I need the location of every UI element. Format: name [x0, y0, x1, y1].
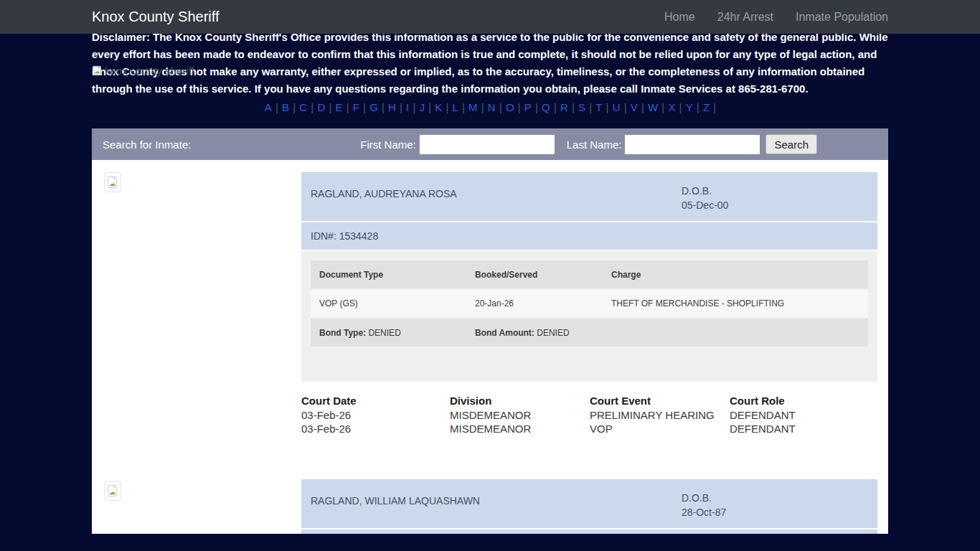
- alphabet-separator: |: [659, 101, 667, 113]
- bond-row: Bond Type: DENIED Bond Amount: DENIED: [311, 318, 868, 347]
- inmate-dob-block: D.O.B. 28-Oct-87: [682, 491, 726, 519]
- first-name-label: First Name:: [360, 138, 416, 151]
- alphabet-link-J[interactable]: J: [419, 101, 426, 113]
- alphabet-link-B[interactable]: B: [281, 101, 290, 113]
- alphabet-link-X[interactable]: X: [667, 101, 676, 113]
- inmate-dob-block: D.O.B. 05-Dec-00: [682, 184, 728, 212]
- inmate-idn-row: [301, 528, 877, 534]
- bond-amount-value: DENIED: [537, 328, 569, 338]
- court-event-cell: PRELIMINARY HEARING: [590, 408, 730, 422]
- alphabet-separator: |: [425, 101, 434, 113]
- nav-link-inmate-population[interactable]: Inmate Population: [796, 11, 888, 24]
- alphabet-link-F[interactable]: F: [352, 101, 360, 113]
- broken-logo-image: knox county sheriff: [92, 65, 194, 77]
- alphabet-links: A | B | C | D | E | F | G | H | I | J | …: [92, 100, 888, 115]
- column-header-booked-served: Booked/Served: [466, 260, 603, 289]
- alphabet-link-Q[interactable]: Q: [541, 101, 551, 113]
- charge-row: VOP (GS)20-Jan-26THEFT OF MERCHANDISE - …: [311, 289, 868, 318]
- bond-type-cell: Bond Type: DENIED: [311, 318, 466, 347]
- alphabet-separator: |: [603, 101, 611, 113]
- alphabet-separator: |: [569, 101, 578, 113]
- alphabet-link-P[interactable]: P: [524, 101, 532, 113]
- dob-value: 28-Oct-87: [682, 505, 726, 519]
- alphabet-separator: |: [515, 101, 524, 113]
- broken-image-icon: [107, 176, 118, 189]
- dob-label: D.O.B.: [682, 184, 728, 198]
- alphabet-separator: |: [308, 101, 316, 113]
- alphabet-separator: |: [676, 101, 684, 113]
- nav-link-home[interactable]: Home: [664, 11, 695, 24]
- alphabet-link-H[interactable]: H: [387, 101, 397, 113]
- court-role-cell: DEFENDANT: [730, 422, 888, 435]
- alphabet-link-V[interactable]: V: [630, 101, 639, 113]
- division-cell: MISDEMEANOR: [450, 408, 590, 422]
- alphabet-link-A[interactable]: A: [264, 101, 273, 113]
- alphabet-link-N[interactable]: N: [487, 101, 496, 113]
- last-name-label: Last Name:: [567, 138, 622, 151]
- dob-value: 05-Dec-00: [682, 198, 728, 212]
- court-header-division: Division: [450, 394, 590, 408]
- alphabet-separator: |: [397, 101, 405, 113]
- alphabet-link-Y[interactable]: Y: [685, 101, 694, 113]
- alphabet-link-T[interactable]: T: [595, 101, 603, 113]
- alphabet-link-C[interactable]: C: [298, 101, 308, 113]
- search-section-label: Search for Inmate:: [103, 138, 191, 151]
- alphabet-link-U[interactable]: U: [612, 101, 621, 113]
- broken-logo-alt-text: knox county sheriff: [105, 65, 194, 77]
- alphabet-separator: |: [532, 101, 541, 113]
- first-name-input[interactable]: [420, 135, 555, 154]
- alphabet-separator: |: [343, 101, 352, 113]
- disclaimer-text: Disclaimer: The Knox County Sheriff's Of…: [92, 29, 888, 98]
- alphabet-link-S[interactable]: S: [578, 101, 586, 113]
- alphabet-separator: |: [639, 101, 647, 113]
- alphabet-link-K[interactable]: K: [434, 101, 443, 113]
- court-date-cell: 03-Feb-26: [301, 422, 450, 435]
- alphabet-separator: |: [459, 101, 468, 113]
- inmate-card-header: RAGLAND, AUDREYANA ROSA D.O.B. 05-Dec-00: [301, 172, 877, 221]
- alphabet-link-R[interactable]: R: [560, 101, 569, 113]
- alphabet-link-L[interactable]: L: [452, 101, 459, 113]
- document-type-cell: VOP (GS): [311, 289, 466, 318]
- bond-type-value: DENIED: [368, 328, 400, 338]
- alphabet-separator: |: [479, 101, 487, 113]
- alphabet-separator: |: [496, 101, 505, 113]
- alphabet-link-M[interactable]: M: [468, 101, 479, 113]
- alphabet-separator: |: [290, 101, 298, 113]
- alphabet-link-D[interactable]: D: [316, 101, 326, 113]
- nav-link-24hr-arrest[interactable]: 24hr Arrest: [717, 11, 773, 24]
- division-cell: MISDEMEANOR: [450, 422, 590, 435]
- court-header-event: Court Event: [590, 394, 730, 408]
- top-navbar: Knox County Sheriff Home 24hr Arrest Inm…: [0, 0, 980, 34]
- alphabet-link-G[interactable]: G: [369, 101, 379, 113]
- broken-image-icon: [107, 484, 118, 497]
- nav-links: Home 24hr Arrest Inmate Population: [664, 11, 888, 24]
- alphabet-link-E[interactable]: E: [334, 101, 343, 113]
- inmate-name: RAGLAND, WILLIAM LAQUASHAWN: [311, 495, 480, 507]
- alphabet-link-Z[interactable]: Z: [702, 101, 710, 113]
- inmate-card: RAGLAND, WILLIAM LAQUASHAWN D.O.B. 28-Oc…: [301, 479, 877, 534]
- search-button[interactable]: Search: [765, 134, 817, 154]
- last-name-input[interactable]: [625, 135, 760, 154]
- results-area: RAGLAND, AUDREYANA ROSA D.O.B. 05-Dec-00…: [92, 160, 888, 534]
- charge-cell: THEFT OF MERCHANDISE - SHOPLIFTING: [603, 289, 868, 318]
- alphabet-separator: |: [273, 101, 281, 113]
- alphabet-separator: |: [551, 101, 560, 113]
- column-header-document-type: Document Type: [311, 260, 466, 289]
- inmate-record: RAGLAND, WILLIAM LAQUASHAWN D.O.B. 28-Oc…: [92, 479, 888, 534]
- inmate-search-bar: Search for Inmate: First Name: Last Name…: [92, 128, 888, 160]
- court-header-role: Court Role: [730, 394, 888, 408]
- court-event-cell: VOP: [590, 422, 730, 435]
- bond-type-label: Bond Type:: [319, 328, 366, 338]
- alphabet-separator: |: [360, 101, 369, 113]
- bond-amount-label: Bond Amount:: [475, 328, 534, 338]
- alphabet-separator: |: [694, 101, 702, 113]
- alphabet-link-W[interactable]: W: [647, 101, 659, 113]
- brand-link[interactable]: Knox County Sheriff: [92, 9, 220, 25]
- alphabet-separator: |: [326, 101, 334, 113]
- inmate-name: RAGLAND, AUDREYANA ROSA: [311, 188, 457, 199]
- alphabet-link-O[interactable]: O: [505, 101, 515, 113]
- bond-empty-cell: [603, 318, 868, 347]
- inmate-card-header: RAGLAND, WILLIAM LAQUASHAWN D.O.B. 28-Oc…: [301, 479, 877, 528]
- dob-label: D.O.B.: [682, 491, 726, 505]
- idn-value: IDN#: 1534428: [311, 230, 378, 242]
